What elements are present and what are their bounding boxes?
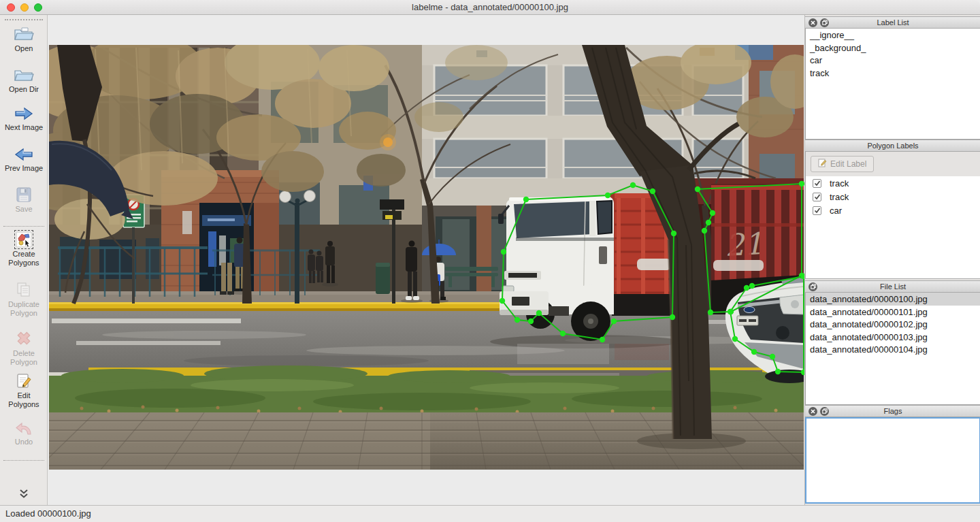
annotation-vertex bbox=[650, 189, 655, 194]
label-list-item[interactable]: __ignore__ bbox=[806, 29, 980, 42]
polygon-labels-header: Polygon Labels bbox=[805, 140, 980, 152]
flags-header: Flags bbox=[805, 405, 980, 417]
toolbar: Open Open Dir Next Image Prev Image Save bbox=[0, 15, 48, 505]
annotation-vertex bbox=[600, 337, 605, 342]
close-panel-icon[interactable] bbox=[808, 18, 817, 27]
annotation-vertex bbox=[775, 369, 781, 374]
annotation-vertex bbox=[702, 228, 707, 233]
annotation-vertex bbox=[706, 220, 711, 225]
float-panel-icon[interactable] bbox=[820, 407, 829, 416]
annotation-vertex bbox=[528, 319, 534, 324]
toolbar-drag-handle[interactable] bbox=[5, 19, 43, 20]
polygon-labels-panel: Polygon Labels Edit Label track track bbox=[805, 140, 980, 279]
save-button[interactable]: Save bbox=[0, 186, 48, 214]
arrow-right-icon bbox=[14, 106, 34, 121]
annotation-vertex bbox=[500, 298, 505, 304]
annotation-vertex bbox=[605, 193, 610, 198]
checkbox-checked-icon[interactable] bbox=[813, 206, 821, 215]
open-button[interactable]: Open bbox=[0, 26, 48, 53]
toolbar-overflow-button[interactable] bbox=[0, 489, 48, 501]
annotation-vertex bbox=[523, 197, 529, 202]
annotation-vertex bbox=[536, 310, 542, 316]
annotation-vertex bbox=[611, 319, 617, 324]
annotation-vertex bbox=[710, 210, 715, 216]
open-folder-icon bbox=[14, 26, 34, 42]
open-dir-folder-icon bbox=[14, 67, 34, 83]
file-list-panel: File List data_annotated/00000100.jpg da… bbox=[805, 280, 980, 405]
undo-arrow-icon bbox=[15, 421, 33, 436]
panel-title: File List bbox=[805, 282, 980, 291]
float-panel-icon[interactable] bbox=[808, 282, 817, 291]
toolbar-separator bbox=[3, 460, 44, 461]
edit-label-pencil-icon bbox=[818, 159, 827, 169]
label-list-item[interactable]: track bbox=[806, 67, 980, 80]
checkbox-checked-icon[interactable] bbox=[813, 193, 821, 201]
panel-title: Polygon Labels bbox=[805, 142, 980, 150]
pencil-page-icon bbox=[16, 373, 32, 389]
annotation-vertex bbox=[695, 186, 700, 192]
status-message: Loaded 00000100.jpg bbox=[5, 508, 91, 519]
panel-title: Flags bbox=[805, 407, 980, 415]
label-list-item[interactable]: car bbox=[806, 54, 980, 67]
file-list-item[interactable]: data_annotated/00000104.jpg bbox=[806, 343, 980, 356]
polygon-labels-toolbar: Edit Label bbox=[805, 152, 980, 176]
annotation-vertex bbox=[744, 285, 749, 291]
status-bar: Loaded 00000100.jpg bbox=[0, 505, 980, 522]
checkbox-checked-icon[interactable] bbox=[813, 179, 821, 188]
polygon-label-row[interactable]: track bbox=[806, 190, 980, 203]
undo-button[interactable]: Undo bbox=[0, 421, 48, 446]
annotation-vertex bbox=[728, 309, 733, 314]
canvas-area: 21 bbox=[48, 15, 804, 505]
float-panel-icon[interactable] bbox=[820, 18, 829, 27]
duplicate-polygon-button[interactable]: Duplicate Polygon bbox=[0, 282, 48, 317]
titlebar: labelme - data_annotated/00000100.jpg bbox=[0, 0, 980, 15]
chevron-double-down-icon bbox=[18, 489, 30, 501]
street-photo: 21 bbox=[48, 24, 804, 470]
edit-polygons-button[interactable]: Edit Polygons bbox=[0, 373, 48, 408]
file-list-item[interactable]: data_annotated/00000102.jpg bbox=[806, 318, 980, 331]
sidebar: Label List __ignore__ _background_ car t… bbox=[804, 15, 980, 505]
annotation-vertex bbox=[799, 181, 804, 186]
delete-polygon-button[interactable]: Delete Polygon bbox=[0, 329, 48, 366]
polygon-shapes-icon bbox=[16, 231, 32, 248]
annotation-vertex bbox=[671, 231, 676, 236]
file-list: data_annotated/00000100.jpg data_annotat… bbox=[805, 293, 980, 405]
window-title: labelme - data_annotated/00000100.jpg bbox=[0, 0, 980, 15]
flags-list[interactable] bbox=[805, 417, 980, 504]
file-list-header: File List bbox=[805, 280, 980, 293]
toolbar-separator bbox=[3, 226, 44, 227]
next-image-button[interactable]: Next Image bbox=[0, 106, 48, 132]
annotation-vertex bbox=[560, 331, 566, 336]
polygon-label-row[interactable]: track bbox=[806, 176, 980, 190]
annotation-vertex bbox=[501, 249, 506, 255]
annotation-vertex bbox=[630, 182, 636, 188]
file-list-item[interactable]: data_annotated/00000103.jpg bbox=[806, 331, 980, 344]
label-list-item[interactable]: _background_ bbox=[806, 42, 980, 54]
annotation-vertex bbox=[751, 349, 757, 355]
label-list-header: Label List bbox=[805, 16, 980, 29]
label-list: __ignore__ _background_ car track bbox=[805, 29, 980, 140]
label-list-panel: Label List __ignore__ _background_ car t… bbox=[805, 16, 980, 140]
polygon-label-row[interactable]: car bbox=[806, 203, 980, 217]
file-list-item[interactable]: data_annotated/00000101.jpg bbox=[806, 306, 980, 319]
arrow-left-icon bbox=[14, 147, 34, 162]
panel-title: Label List bbox=[805, 18, 980, 27]
annotation-vertex bbox=[770, 354, 775, 359]
annotation-vertex bbox=[732, 336, 738, 342]
annotation-vertex bbox=[708, 310, 713, 315]
annotation-vertex bbox=[670, 314, 675, 320]
annotation-canvas[interactable]: 21 bbox=[48, 15, 804, 505]
red-x-icon bbox=[15, 329, 33, 347]
close-panel-icon[interactable] bbox=[808, 407, 817, 416]
file-list-item[interactable]: data_annotated/00000100.jpg bbox=[806, 293, 980, 306]
duplicate-sheets-icon bbox=[16, 282, 32, 298]
open-dir-button[interactable]: Open Dir bbox=[0, 67, 48, 94]
annotation-vertex bbox=[749, 283, 755, 289]
labelme-window: labelme - data_annotated/00000100.jpg Op… bbox=[0, 0, 980, 522]
flags-panel: Flags bbox=[805, 405, 980, 504]
edit-label-button[interactable]: Edit Label bbox=[811, 156, 874, 172]
prev-image-button[interactable]: Prev Image bbox=[0, 147, 48, 173]
create-polygons-button[interactable]: Create Polygons bbox=[0, 231, 48, 267]
annotation-vertex bbox=[514, 317, 520, 323]
floppy-disk-icon bbox=[16, 186, 32, 203]
